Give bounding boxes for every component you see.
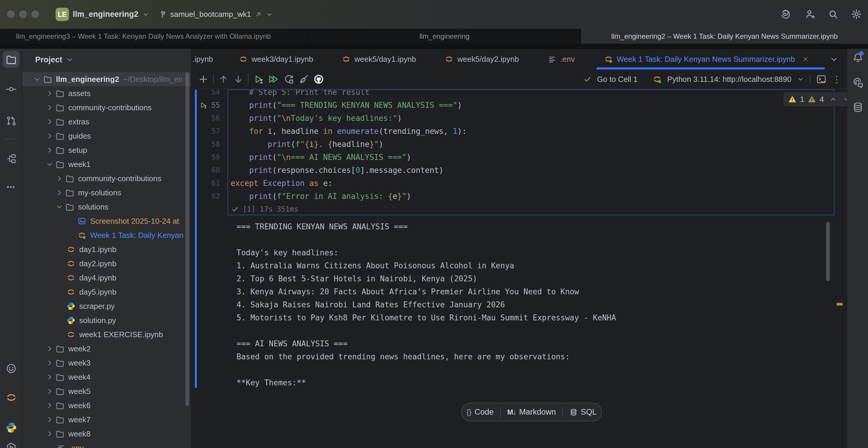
add-sql-cell-button[interactable]: SQL — [569, 408, 597, 417]
window-tab-2[interactable]: llm_engineering — [309, 29, 580, 44]
output-line — [237, 363, 616, 376]
kebab-menu-icon[interactable]: ⋮ — [832, 74, 841, 85]
add-markdown-cell-button[interactable]: M↓ Markdown — [507, 408, 556, 417]
tree-row[interactable]: solutions — [22, 200, 191, 214]
pull-requests-tool-button[interactable] — [0, 115, 22, 126]
tree-label: Screenshot 2025-10-24 at — [90, 217, 179, 226]
ai-swirl-icon[interactable] — [780, 8, 791, 20]
jupyter-console-icon[interactable] — [816, 73, 827, 85]
tree-row[interactable]: Week 1 Task: Daily Kenyan — [22, 228, 191, 242]
inspection-widget[interactable]: 1 4 — [783, 92, 847, 106]
notifications-button[interactable] — [847, 52, 868, 64]
code-cell[interactable]: # Step 5: Print the result print("=== TR… — [228, 90, 834, 215]
add-cell-icon[interactable] — [198, 73, 209, 85]
tree-row[interactable]: solution.py — [22, 313, 191, 327]
tree-row[interactable]: week8 — [22, 427, 191, 441]
editor-tab-label: .env — [560, 55, 575, 64]
tree-row[interactable]: guides — [22, 129, 191, 143]
editor-tab-week3-day1[interactable]: week3/day1.ipynb — [239, 49, 313, 69]
window-zoom-button[interactable] — [31, 10, 39, 18]
folder-icon — [65, 188, 74, 197]
structure-tool-button[interactable] — [0, 153, 22, 164]
services-tool-button[interactable] — [0, 442, 22, 448]
branch-widget[interactable]: samuel_bootcamp_wk1 — [158, 0, 273, 29]
add-code-cell-button[interactable]: {} Code — [467, 408, 494, 417]
tree-row-root[interactable]: llm_engineering2 ~/Desktop/llm_en — [22, 72, 191, 86]
tree-row[interactable]: day4.ipynb — [22, 271, 191, 285]
folder-icon — [65, 202, 74, 211]
commit-tool-button[interactable] — [0, 84, 22, 95]
error-stripe-mark[interactable] — [837, 303, 843, 306]
cell-output: === TRENDING KENYAN NEWS ANALYSIS === To… — [237, 220, 616, 389]
tree-row[interactable]: assets — [22, 86, 191, 100]
tree-row[interactable]: .env — [22, 441, 191, 448]
tree-label: extras — [68, 117, 89, 126]
editor-tab-week5-day1[interactable]: week5/day1.ipynb — [342, 49, 416, 69]
tree-row[interactable]: scraper.py — [22, 299, 191, 313]
env-list-icon — [57, 444, 65, 448]
tree-row[interactable]: community-contributions — [22, 100, 191, 115]
add-user-icon[interactable] — [805, 8, 816, 20]
output-scrollbar[interactable] — [826, 222, 830, 281]
window-tab-1[interactable]: llm_engineering3 – Week 1 Task: Kenyan D… — [0, 29, 308, 44]
tree-row[interactable]: week4 — [22, 370, 191, 384]
clear-outputs-icon[interactable] — [298, 73, 309, 85]
tree-row[interactable]: day5.ipynb — [22, 285, 191, 299]
tree-row[interactable]: Screenshot 2025-10-24 at — [22, 214, 191, 228]
editor-tab-active[interactable]: Week 1 Task: Daily Kenyan News Summarize… — [604, 49, 808, 69]
tree-label: guides — [68, 131, 91, 141]
close-icon[interactable]: × — [803, 54, 808, 64]
hidden-tabs-chevron-icon[interactable] — [829, 55, 839, 64]
tree-row[interactable]: day1.ipynb — [22, 242, 191, 257]
move-cell-up-icon[interactable] — [218, 73, 229, 85]
window-tab-3-active[interactable]: llm_engineering2 – Week 1 Task: Daily Ke… — [581, 29, 868, 44]
run-all-cells-icon[interactable] — [268, 73, 279, 85]
kernel-selector[interactable]: Python 3.11.14: http://localhost:8890 — [667, 75, 792, 84]
run-cell-icon[interactable] — [253, 73, 264, 85]
tree-row[interactable]: extras — [22, 115, 191, 129]
folder-icon — [56, 415, 64, 424]
huggingface-tool-button[interactable] — [0, 362, 22, 375]
jupyter-tool-button[interactable] — [0, 391, 22, 404]
window-close-button[interactable] — [7, 10, 15, 18]
github-icon[interactable] — [313, 73, 324, 85]
goto-cell-button[interactable]: Go to Cell 1 — [597, 75, 638, 84]
tree-row[interactable]: week2 — [22, 342, 191, 356]
project-badge: LE — [56, 8, 69, 21]
tree-row[interactable]: my-solutions — [22, 186, 191, 200]
project-panel-header[interactable]: Project — [35, 53, 76, 66]
project-scrollbar[interactable] — [185, 72, 189, 406]
move-cell-down-icon[interactable] — [233, 73, 244, 85]
chevron-down-icon[interactable] — [797, 75, 804, 83]
database-tool-button[interactable] — [847, 101, 868, 113]
tree-row[interactable]: community-contributions — [22, 171, 191, 186]
folder-icon — [56, 401, 64, 410]
tree-row[interactable]: week3 — [22, 356, 191, 370]
project-tool-button[interactable] — [0, 54, 22, 65]
restart-kernel-icon[interactable] — [283, 73, 294, 85]
editor-tab-week5-day2[interactable]: week5/day2.ipynb — [445, 49, 519, 69]
tree-row[interactable]: setup — [22, 143, 191, 157]
tree-row[interactable]: day2.ipynb — [22, 257, 191, 271]
tree-row[interactable]: week5 — [22, 384, 191, 398]
tree-row[interactable]: week1 — [22, 157, 191, 171]
next-problem-icon[interactable] — [843, 95, 847, 103]
run-line-icon[interactable] — [199, 101, 208, 109]
tree-row[interactable]: week1 EXERCISE.ipynb — [22, 327, 191, 342]
python-packages-tool-button[interactable] — [0, 422, 22, 434]
jupyter-icon — [66, 259, 75, 268]
editor-tab-env[interactable]: .env — [548, 49, 575, 69]
ai-assistant-button[interactable] — [847, 77, 868, 89]
tree-row[interactable]: week7 — [22, 413, 191, 427]
search-icon[interactable] — [828, 8, 839, 20]
weak-warning-count: 4 — [819, 95, 824, 104]
editor-tab-partial[interactable]: .ipynb — [192, 49, 213, 69]
settings-gear-icon[interactable] — [851, 8, 862, 20]
more-tools-button[interactable]: ••• — [0, 183, 22, 191]
code-line: print(f"{i}. {headline}") — [228, 138, 834, 151]
window-minimize-button[interactable] — [19, 10, 27, 18]
tree-row[interactable]: week6 — [22, 398, 191, 413]
prev-problem-icon[interactable] — [829, 95, 837, 103]
project-widget[interactable]: llm_engineering2 — [73, 0, 150, 29]
warning-count: 1 — [800, 95, 804, 104]
